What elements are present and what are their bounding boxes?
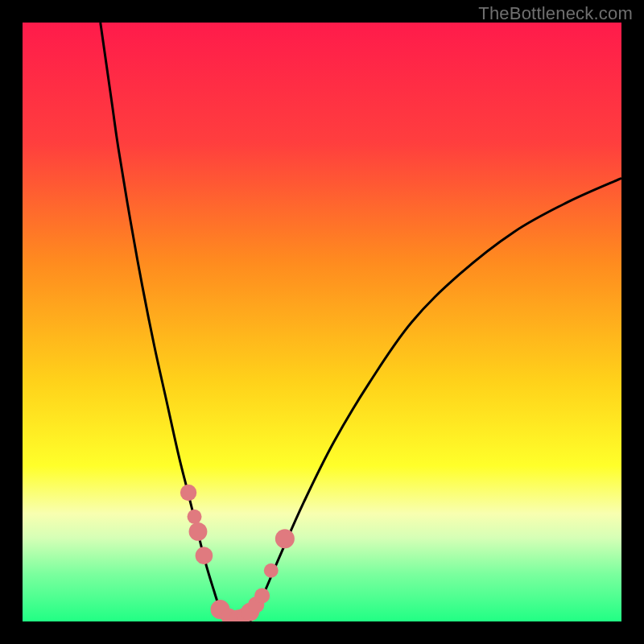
data-marker xyxy=(264,564,279,578)
data-marker xyxy=(275,529,295,548)
data-marker xyxy=(188,510,202,524)
chart-plot-area xyxy=(23,23,621,621)
data-marker xyxy=(196,547,213,564)
outer-frame: TheBottleneck.com xyxy=(0,0,644,644)
data-marker xyxy=(254,588,270,603)
data-marker xyxy=(189,522,208,541)
data-marker xyxy=(180,485,196,501)
chart-svg xyxy=(23,23,621,621)
watermark-text: TheBottleneck.com xyxy=(478,3,633,24)
